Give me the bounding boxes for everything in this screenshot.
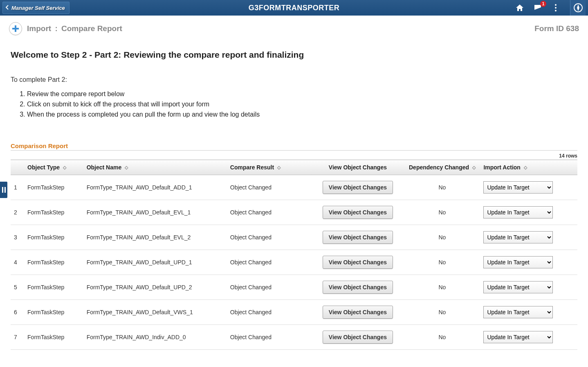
sort-icon: ◇	[472, 165, 476, 170]
col-dependency-changed[interactable]: Dependency Changed ◇	[404, 160, 480, 175]
sort-icon: ◇	[63, 165, 66, 170]
cell-object-type: FormTaskStep	[24, 275, 83, 300]
import-action-select[interactable]: Update In Target	[483, 331, 553, 343]
cell-view-changes: View Object Changes	[311, 175, 404, 200]
cell-view-changes: View Object Changes	[311, 325, 404, 350]
section-title: Comparison Report	[11, 142, 577, 151]
cell-rownum: 3	[11, 225, 24, 250]
cell-rownum: 4	[11, 250, 24, 275]
notifications-icon[interactable]: 1	[532, 2, 543, 13]
cell-object-type: FormTaskStep	[24, 175, 83, 200]
breadcrumb-leaf: Compare Report	[61, 24, 122, 33]
side-panel-toggle[interactable]	[0, 182, 7, 198]
table-row: 6FormTaskStepFormType_TRAIN_AWD_Default_…	[11, 300, 577, 325]
table-row: 2FormTaskStepFormType_TRAIN_AWD_Default_…	[11, 200, 577, 225]
cell-dependency-changed: No	[404, 225, 480, 250]
cell-view-changes: View Object Changes	[311, 300, 404, 325]
cell-object-type: FormTaskStep	[24, 225, 83, 250]
breadcrumb: Import : Compare Report	[27, 24, 122, 33]
cell-rownum: 5	[11, 275, 24, 300]
col-label: Compare Result	[230, 164, 274, 171]
view-object-changes-button[interactable]: View Object Changes	[323, 231, 393, 244]
cell-object-name: FormType_TRAIN_AWD_Default_EVL_1	[83, 200, 227, 225]
cell-rownum: 6	[11, 300, 24, 325]
topbar-icons: 1	[514, 0, 588, 16]
svg-rect-5	[12, 28, 19, 29]
col-rownum	[11, 160, 24, 175]
cell-compare-result: Object Changed	[227, 175, 312, 200]
instruction-item: Click on submit to kick off the process …	[27, 99, 577, 110]
cell-import-action: Update In Target	[480, 175, 577, 200]
import-action-select[interactable]: Update In Target	[483, 181, 553, 194]
cell-dependency-changed: No	[404, 175, 480, 200]
cell-compare-result: Object Changed	[227, 300, 312, 325]
back-button[interactable]: Manager Self Service	[2, 2, 70, 14]
view-object-changes-button[interactable]: View Object Changes	[323, 256, 393, 269]
import-action-select[interactable]: Update In Target	[483, 206, 553, 218]
col-label: Object Type	[27, 164, 60, 171]
import-action-select[interactable]: Update In Target	[483, 231, 553, 243]
import-action-select[interactable]: Update In Target	[483, 256, 553, 268]
cell-object-type: FormTaskStep	[24, 250, 83, 275]
notification-badge: 1	[540, 1, 546, 7]
cell-dependency-changed: No	[404, 300, 480, 325]
col-object-name[interactable]: Object Name ◇	[83, 160, 227, 175]
table-row: 5FormTaskStepFormType_TRAIN_AWD_Default_…	[11, 275, 577, 300]
view-object-changes-button[interactable]: View Object Changes	[323, 181, 393, 194]
cell-import-action: Update In Target	[480, 250, 577, 275]
sort-icon: ◇	[277, 165, 281, 170]
new-window-button[interactable]	[9, 22, 22, 35]
view-object-changes-button[interactable]: View Object Changes	[323, 281, 393, 294]
form-id: Form ID 638	[534, 24, 579, 33]
table-row: 3FormTaskStepFormType_TRAIN_AWD_Default_…	[11, 225, 577, 250]
pause-icon	[2, 187, 6, 193]
svg-point-1	[555, 7, 557, 9]
chevron-left-icon	[5, 5, 9, 11]
col-import-action[interactable]: Import Action ◇	[480, 160, 577, 175]
content: Welcome to Step 2 - Part 2: Reviewing th…	[0, 38, 588, 354]
breadcrumb-root: Import	[27, 24, 51, 33]
cell-object-type: FormTaskStep	[24, 300, 83, 325]
col-compare-result[interactable]: Compare Result ◇	[227, 160, 312, 175]
import-action-select[interactable]: Update In Target	[483, 281, 553, 293]
cell-import-action: Update In Target	[480, 325, 577, 350]
cell-rownum: 7	[11, 325, 24, 350]
app-title: G3FORMTRANSPORTER	[249, 4, 340, 12]
view-object-changes-button[interactable]: View Object Changes	[323, 331, 393, 344]
navbar-icon[interactable]	[570, 0, 586, 16]
cell-import-action: Update In Target	[480, 275, 577, 300]
cell-object-name: FormType_TRAIN_AWD_Indiv_ADD_0	[83, 325, 227, 350]
cell-view-changes: View Object Changes	[311, 250, 404, 275]
sort-icon: ◇	[125, 165, 128, 170]
cell-dependency-changed: No	[404, 250, 480, 275]
cell-object-name: FormType_TRAIN_AWD_Default_ADD_1	[83, 175, 227, 200]
cell-view-changes: View Object Changes	[311, 275, 404, 300]
cell-dependency-changed: No	[404, 325, 480, 350]
table-row: 7FormTaskStepFormType_TRAIN_AWD_Indiv_AD…	[11, 325, 577, 350]
back-label: Manager Self Service	[11, 5, 65, 11]
cell-dependency-changed: No	[404, 275, 480, 300]
view-object-changes-button[interactable]: View Object Changes	[323, 306, 393, 319]
cell-import-action: Update In Target	[480, 225, 577, 250]
col-label: Import Action	[483, 164, 520, 171]
cell-compare-result: Object Changed	[227, 250, 312, 275]
subheader: Import : Compare Report Form ID 638	[0, 16, 588, 38]
col-object-type[interactable]: Object Type ◇	[24, 160, 83, 175]
cell-compare-result: Object Changed	[227, 225, 312, 250]
table-header-row: Object Type ◇ Object Name ◇ Compare Resu…	[11, 160, 577, 175]
actions-menu-icon[interactable]	[550, 2, 561, 13]
plus-icon	[11, 25, 20, 33]
cell-view-changes: View Object Changes	[311, 200, 404, 225]
instruction-item: Review the compare report below	[27, 89, 577, 99]
cell-compare-result: Object Changed	[227, 200, 312, 225]
table-row: 1FormTaskStepFormType_TRAIN_AWD_Default_…	[11, 175, 577, 200]
instructions-list: Review the compare report below Click on…	[11, 89, 577, 119]
import-action-select[interactable]: Update In Target	[483, 306, 553, 318]
home-icon[interactable]	[514, 2, 525, 13]
view-object-changes-button[interactable]: View Object Changes	[323, 206, 393, 219]
cell-object-type: FormTaskStep	[24, 325, 83, 350]
page-title: Welcome to Step 2 - Part 2: Reviewing th…	[11, 50, 577, 60]
form-id-label: Form ID	[534, 24, 564, 33]
cell-object-name: FormType_TRAIN_AWD_Default_UPD_1	[83, 250, 227, 275]
topbar: Manager Self Service G3FORMTRANSPORTER 1	[0, 0, 588, 16]
